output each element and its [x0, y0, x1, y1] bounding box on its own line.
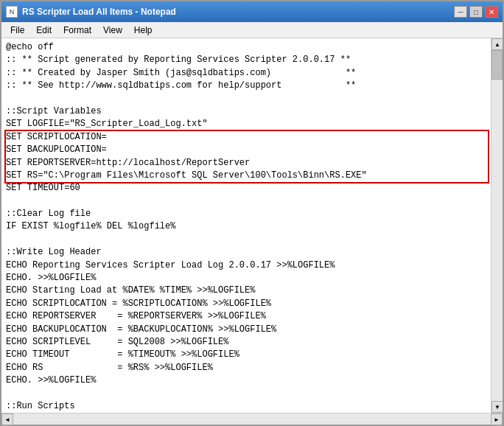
content-area: @echo off :: ** Script generated by Repo…: [1, 38, 503, 413]
menu-item-file[interactable]: File: [4, 24, 30, 37]
menu-item-edit[interactable]: Edit: [30, 24, 57, 37]
close-button[interactable]: ✕: [485, 6, 498, 18]
text-editor[interactable]: @echo off :: ** Script generated by Repo…: [1, 38, 491, 413]
scroll-thumb[interactable]: [491, 50, 503, 80]
menu-item-format[interactable]: Format: [57, 24, 97, 37]
menu-bar: FileEditFormatViewHelp: [1, 22, 503, 38]
window-title: RS Scripter Load All Items - Notepad: [22, 7, 176, 17]
vertical-scrollbar[interactable]: ▲ ▼: [491, 38, 503, 413]
minimize-button[interactable]: ─: [454, 6, 467, 18]
title-bar-left: N RS Scripter Load All Items - Notepad: [6, 6, 176, 18]
title-bar-controls: ─ □ ✕: [454, 6, 498, 18]
h-scroll-track[interactable]: [13, 413, 491, 425]
scroll-track[interactable]: [491, 50, 503, 401]
menu-item-view[interactable]: View: [97, 24, 128, 37]
scroll-down-button[interactable]: ▼: [491, 401, 503, 413]
maximize-button[interactable]: □: [469, 6, 483, 18]
menu-item-help[interactable]: Help: [128, 24, 158, 37]
scroll-right-button[interactable]: ►: [491, 413, 503, 425]
title-bar: N RS Scripter Load All Items - Notepad ─…: [1, 1, 503, 22]
text-wrapper: @echo off :: ** Script generated by Repo…: [1, 38, 491, 413]
app-icon: N: [6, 6, 18, 18]
scroll-up-button[interactable]: ▲: [491, 38, 503, 50]
horizontal-scrollbar[interactable]: ◄ ►: [1, 413, 503, 425]
scroll-left-button[interactable]: ◄: [1, 413, 13, 425]
notepad-window: N RS Scripter Load All Items - Notepad ─…: [0, 0, 504, 426]
